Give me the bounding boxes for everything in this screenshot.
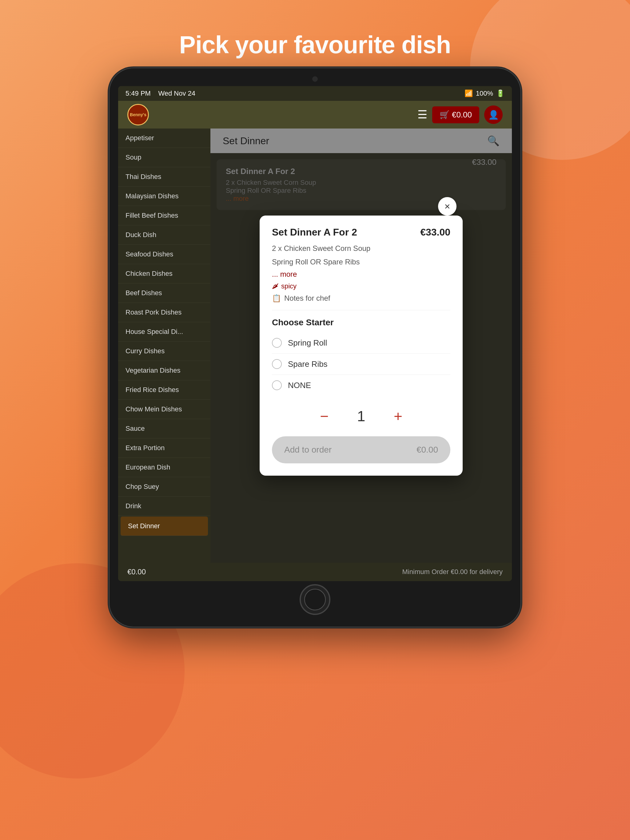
sidebar-item-soup[interactable]: Soup — [118, 148, 211, 167]
sidebar-item-house-special[interactable]: House Special Di... — [118, 322, 211, 342]
cart-price: €0.00 — [452, 110, 472, 120]
app-logo[interactable]: Benny's — [127, 104, 149, 125]
modal-more: ... more — [272, 270, 450, 279]
starter-option-label-none: NONE — [288, 381, 311, 390]
modal-more-link[interactable]: ... more — [272, 270, 297, 278]
ipad-frame: 5:49 PM Wed Nov 24 📶 100% 🔋 Benny's ☰ 🛒 … — [109, 68, 521, 627]
sidebar-item-chicken[interactable]: Chicken Dishes — [118, 264, 211, 284]
sidebar-item-malaysian[interactable]: Malaysian Dishes — [118, 186, 211, 206]
quantity-decrease-button[interactable]: − — [315, 407, 334, 425]
app-header: Benny's ☰ 🛒 €0.00 👤 — [118, 101, 512, 128]
sidebar-item-sauce[interactable]: Sauce — [118, 419, 211, 439]
radio-circle-spring-roll — [272, 338, 282, 348]
sidebar-item-european[interactable]: European Dish — [118, 458, 211, 477]
sidebar-item-fillet-beef[interactable]: Fillet Beef Dishes — [118, 206, 211, 225]
modal-dialog: Set Dinner A For 2 €33.00 2 x Chicken Sw… — [260, 216, 463, 476]
notes-label: Notes for chef — [284, 294, 330, 303]
spicy-icon: 🌶 — [272, 282, 279, 290]
app-content: Appetiser Soup Thai Dishes Malaysian Dis… — [118, 128, 512, 563]
starter-option-none[interactable]: NONE — [272, 375, 450, 396]
battery-icon: 🔋 — [496, 90, 505, 98]
user-icon: 👤 — [488, 110, 499, 120]
sidebar-item-vegetarian[interactable]: Vegetarian Dishes — [118, 361, 211, 381]
modal-close-button[interactable]: × — [438, 197, 456, 216]
quantity-value: 1 — [352, 408, 370, 425]
main-panel: Set Dinner 🔍 Set Dinner A For 2 €33.00 2… — [211, 128, 512, 563]
add-to-order-label: Add to order — [284, 445, 332, 455]
sidebar-item-chow-mein[interactable]: Chow Mein Dishes — [118, 400, 211, 419]
notes-icon: 📋 — [272, 294, 281, 303]
modal-notes[interactable]: 📋 Notes for chef — [272, 294, 450, 310]
wifi-icon: 📶 — [464, 90, 473, 98]
ipad-screen: 5:49 PM Wed Nov 24 📶 100% 🔋 Benny's ☰ 🛒 … — [118, 86, 512, 581]
sidebar-item-roast-pork[interactable]: Roast Pork Dishes — [118, 303, 211, 322]
sidebar-item-extra-portion[interactable]: Extra Portion — [118, 439, 211, 458]
spicy-label: spicy — [281, 282, 296, 290]
ipad-home-button-inner — [304, 589, 326, 610]
sidebar-item-seafood[interactable]: Seafood Dishes — [118, 245, 211, 264]
header-actions: ☰ 🛒 €0.00 👤 — [418, 106, 503, 124]
sidebar-item-beef[interactable]: Beef Dishes — [118, 284, 211, 303]
user-button[interactable]: 👤 — [484, 106, 503, 124]
starter-option-label-spare-ribs: Spare Ribs — [288, 359, 328, 369]
modal-quantity-row: − 1 + — [260, 396, 463, 436]
radio-circle-none — [272, 381, 282, 390]
modal-section-title: Choose Starter — [272, 317, 450, 327]
sidebar-item-drink[interactable]: Drink — [118, 497, 211, 516]
status-bar-right: 📶 100% 🔋 — [464, 90, 505, 98]
add-to-order-button[interactable]: Add to order €0.00 — [272, 436, 450, 463]
ipad-camera — [312, 76, 318, 82]
cart-icon: 🛒 — [440, 110, 450, 120]
min-order-text: Minimum Order €0.00 for delivery — [402, 568, 503, 576]
modal-overlay: × Set Dinner A For 2 €33.00 2 x Chicken … — [211, 128, 512, 563]
battery-label: 100% — [476, 90, 493, 98]
sidebar-item-fried-rice[interactable]: Fried Rice Dishes — [118, 381, 211, 400]
starter-option-label-spring-roll: Spring Roll — [288, 338, 327, 348]
hamburger-icon[interactable]: ☰ — [418, 108, 427, 121]
sidebar: Appetiser Soup Thai Dishes Malaysian Dis… — [118, 128, 211, 563]
starter-option-spring-roll[interactable]: Spring Roll — [272, 332, 450, 354]
status-time: 5:49 PM Wed Nov 24 — [125, 90, 195, 98]
cart-button[interactable]: 🛒 €0.00 — [432, 106, 479, 123]
sidebar-item-chop-suey[interactable]: Chop Suey — [118, 477, 211, 497]
radio-circle-spare-ribs — [272, 359, 282, 369]
bottom-bar: €0.00 Minimum Order €0.00 for delivery — [118, 563, 512, 581]
bottom-price: €0.00 — [127, 568, 146, 576]
modal-section-starter: Choose Starter Spring Roll Spare Ribs — [260, 317, 463, 396]
add-to-order-price: €0.00 — [416, 445, 438, 455]
status-bar: 5:49 PM Wed Nov 24 📶 100% 🔋 — [118, 86, 512, 101]
modal-spicy-indicator: 🌶 spicy — [272, 282, 450, 290]
ipad-home-button[interactable] — [300, 584, 330, 615]
modal-dish-name: Set Dinner A For 2 — [272, 227, 357, 238]
modal-title-row: Set Dinner A For 2 €33.00 — [272, 227, 450, 238]
modal-header: Set Dinner A For 2 €33.00 2 x Chicken Sw… — [260, 216, 463, 310]
sidebar-item-set-dinner[interactable]: Set Dinner — [120, 516, 208, 536]
modal-price: €33.00 — [420, 227, 450, 238]
sidebar-item-curry[interactable]: Curry Dishes — [118, 342, 211, 361]
quantity-increase-button[interactable]: + — [389, 407, 407, 425]
page-title: Pick your favourite dish — [0, 31, 630, 59]
sidebar-item-thai[interactable]: Thai Dishes — [118, 167, 211, 186]
sidebar-item-duck[interactable]: Duck Dish — [118, 225, 211, 245]
starter-option-spare-ribs[interactable]: Spare Ribs — [272, 354, 450, 375]
modal-description-line2: Spring Roll OR Spare Ribs — [272, 256, 450, 267]
modal-description-line1: 2 x Chicken Sweet Corn Soup — [272, 243, 450, 254]
sidebar-item-appetiser[interactable]: Appetiser — [118, 128, 211, 148]
